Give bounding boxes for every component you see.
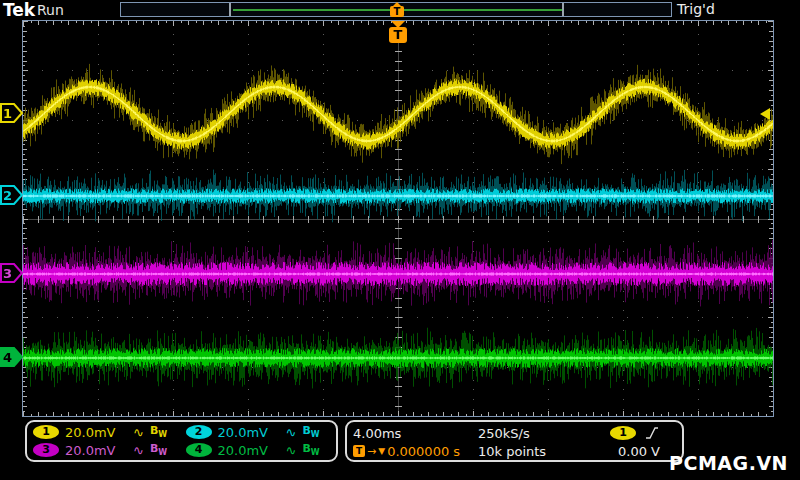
graticule-area: T	[22, 20, 774, 417]
channel-4-tag-label: 4	[3, 350, 12, 365]
bandwidth-sub-letter: W	[311, 431, 320, 440]
channel-2-position-tag[interactable]: 2	[0, 185, 24, 205]
channel-1-badge: 1	[33, 425, 59, 439]
trigger-level: 0.00 V	[596, 444, 676, 459]
trigger-position-icon: ▼	[378, 446, 385, 456]
trigger-state: Trig'd	[677, 1, 715, 17]
top-status-bar: Tek Run T Trig'd	[0, 0, 800, 20]
waveform-display	[23, 21, 773, 416]
channel-2-readout: 2 20.0mV ∿ BW	[182, 423, 335, 441]
acquisition-state: Run	[37, 2, 64, 18]
channel-3-readout: 3 20.0mV ∿ BW	[29, 441, 182, 459]
bandwidth-limit-icon: BW	[302, 424, 319, 439]
ac-coupling-icon: ∿	[286, 443, 297, 458]
channel-3-tag-label: 3	[3, 266, 12, 281]
channel-1-readout: 1 20.0mV ∿ BW	[29, 423, 182, 441]
ac-coupling-icon: ∿	[133, 443, 144, 458]
trigger-position-time: 0.000000 s	[387, 444, 460, 459]
record-window-left-bracket	[229, 3, 231, 16]
sample-rate: 250kS/s	[478, 426, 596, 441]
channel-1-tag-label: 1	[3, 106, 12, 121]
channel-3-badge: 3	[33, 443, 59, 457]
trigger-arrow-icon: →	[367, 445, 376, 458]
channel-1-position-tag[interactable]: 1	[0, 103, 24, 123]
oscilloscope-screen: Tek Run T Trig'd T 1 2 3	[0, 0, 800, 480]
trigger-marker-t-icon: T	[390, 6, 404, 17]
bandwidth-limit-icon: BW	[302, 442, 319, 457]
channel-4-position-tag[interactable]: 4	[0, 347, 24, 367]
channel-2-badge: 2	[186, 425, 212, 439]
bandwidth-letter: B	[302, 442, 310, 455]
bandwidth-sub-letter: W	[311, 449, 320, 458]
channel-4-scale: 20.0mV	[218, 443, 280, 458]
ac-coupling-icon: ∿	[133, 425, 144, 440]
record-trigger-position-marker[interactable]: T	[390, 2, 404, 18]
bandwidth-sub-letter: W	[158, 449, 167, 458]
trigger-t-icon: T	[353, 445, 365, 457]
record-length: 10k points	[478, 444, 596, 459]
bandwidth-limit-icon: BW	[150, 442, 167, 457]
trigger-position-flag[interactable]: T	[389, 21, 407, 47]
horizontal-trigger-panel: 4.00ms 250kS/s 1 T → ▼ 0.000000 s 10k po…	[345, 420, 684, 462]
channel-4-readout: 4 20.0mV ∿ BW	[182, 441, 335, 459]
channel-2-scale: 20.0mV	[218, 425, 280, 440]
bandwidth-sub-letter: W	[158, 431, 167, 440]
rising-edge-icon	[644, 426, 660, 440]
watermark: PCMAG.VN	[669, 452, 788, 474]
trigger-flag-t-icon: T	[389, 27, 407, 43]
bandwidth-letter: B	[302, 424, 310, 437]
trigger-source-badge: 1	[610, 426, 636, 440]
channel-3-position-tag[interactable]: 3	[0, 263, 24, 283]
record-view-bar: T	[120, 2, 672, 17]
time-per-div: 4.00ms	[353, 426, 478, 441]
ac-coupling-icon: ∿	[286, 425, 297, 440]
trigger-level-arrow-icon[interactable]	[760, 108, 770, 120]
channel-1-scale: 20.0mV	[65, 425, 127, 440]
record-window-right-bracket	[562, 3, 564, 16]
bandwidth-limit-icon: BW	[150, 424, 167, 439]
channel-readout-panel: 1 20.0mV ∿ BW 2 20.0mV ∿ BW 3 20.0mV ∿ B…	[25, 420, 338, 462]
channel-3-scale: 20.0mV	[65, 443, 127, 458]
channel-4-badge: 4	[186, 443, 212, 457]
channel-2-tag-label: 2	[3, 188, 12, 203]
tek-logo: Tek	[3, 0, 35, 20]
